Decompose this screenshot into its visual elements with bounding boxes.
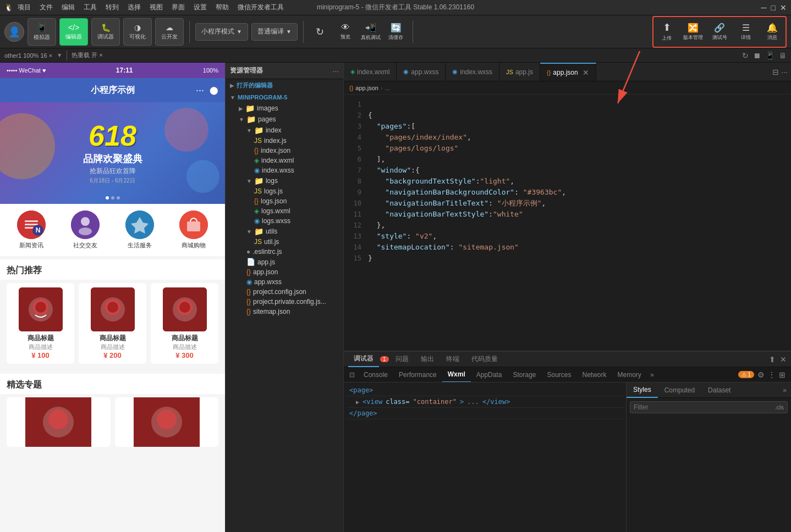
tree-item-pages[interactable]: ▼ 📁 pages [226, 114, 343, 125]
tree-item-index-json[interactable]: {} index.json [226, 146, 343, 156]
tree-item-logs-json[interactable]: {} logs.json [226, 196, 343, 206]
tab-index-wxml[interactable]: ◈ index.wxml [344, 63, 397, 81]
tree-item-app-json[interactable]: {} app.json [226, 267, 343, 277]
upload-button[interactable]: ⬆ 上传 [655, 18, 679, 46]
phone-icon[interactable]: 📱 [765, 51, 774, 60]
inspector-tab-styles[interactable]: Styles [627, 383, 658, 398]
tree-item-app-js[interactable]: 📄 app.js [226, 257, 343, 267]
minimize-btn[interactable]: ─ [761, 3, 767, 12]
inspector-tab-computed[interactable]: Computed [658, 383, 701, 398]
tree-item-utils[interactable]: ▼ 📁 utils [226, 226, 343, 237]
tree-item-sitemap[interactable]: {} sitemap.json [226, 307, 343, 317]
debug-panel-close[interactable]: ✕ [780, 355, 787, 364]
menu-item-edit[interactable]: 编辑 [62, 3, 75, 12]
hot-reload-label[interactable]: 热重载 开 × [72, 51, 103, 59]
debug-tab-output[interactable]: 输出 [415, 352, 440, 367]
debug-tab-issues[interactable]: 问题 [390, 352, 414, 367]
tree-item-eslint[interactable]: ● .eslintrc.js [226, 247, 343, 257]
open-editors-section[interactable]: ▶ 打开的编辑器 [226, 79, 343, 92]
menu-item-goto[interactable]: 转到 [106, 3, 119, 12]
tree-item-index-wxml[interactable]: ◈ index.wxml [226, 156, 343, 165]
tree-item-util-js[interactable]: JS util.js [226, 237, 343, 247]
editor-tab-more[interactable]: ··· [781, 68, 788, 76]
refresh-icon[interactable]: ↻ [742, 51, 749, 60]
product-card-1[interactable]: 商品标题 商品描述 ¥ 100 [7, 283, 74, 364]
devtools-expand[interactable]: ⊞ [779, 370, 785, 379]
debug-tab-debugger[interactable]: 调试器 [348, 352, 379, 367]
tree-item-project-private[interactable]: {} project.private.config.js... [226, 297, 343, 307]
icon-item-life[interactable]: 生活服务 [115, 210, 164, 250]
menu-item-tools[interactable]: 工具 [84, 3, 97, 12]
tree-item-app-wxss[interactable]: ◉ app.wxss [226, 277, 343, 287]
breadcrumb-file[interactable]: app.json [355, 85, 378, 91]
stop-icon[interactable]: ⏹ [753, 51, 761, 60]
devtools-inspect-icon[interactable]: ⊡ [346, 367, 358, 383]
visualize-button[interactable]: ◑ 可视化 [123, 18, 152, 46]
tree-item-project-config[interactable]: {} project.config.json [226, 287, 343, 297]
phone-nav-menu[interactable]: ··· [196, 85, 204, 96]
mode-dropdown[interactable]: 小程序模式 ▼ [195, 23, 248, 41]
editor-tab-split[interactable]: ⊟ [772, 68, 779, 76]
devtools-tab-network[interactable]: Network [577, 367, 612, 383]
menu-item-view[interactable]: 视图 [150, 3, 163, 12]
tab-app-json[interactable]: {} app.json ✕ [540, 63, 596, 81]
devtools-more[interactable]: ⋮ [768, 370, 776, 379]
menu-item-interface[interactable]: 界面 [172, 3, 185, 12]
compile-dropdown[interactable]: 普通编译 ▼ [251, 23, 298, 41]
screen-icon[interactable]: 🖥 [779, 51, 787, 60]
tree-item-index-js[interactable]: JS index.js [226, 136, 343, 146]
devtools-tab-performance[interactable]: Performance [393, 367, 442, 383]
clear-button[interactable]: 🔄 清缓存 [385, 18, 407, 46]
devtools-tab-appdata[interactable]: AppData [471, 367, 508, 383]
menu-item-wechat[interactable]: 微信开发者工具 [238, 3, 284, 12]
simulator-button[interactable]: 📱 模拟器 [28, 18, 56, 46]
menu-item-select[interactable]: 选择 [128, 3, 141, 12]
tree-item-logs-folder[interactable]: ▼ 📁 logs [226, 175, 343, 186]
avatar[interactable]: 👤 [4, 22, 24, 42]
devtools-tab-wxml[interactable]: Wxml [442, 367, 471, 383]
preview-button[interactable]: 👁 预览 [334, 18, 356, 46]
tree-item-index-wxss[interactable]: ◉ index.wxss [226, 165, 343, 175]
tree-item-index-folder[interactable]: ▼ 📁 index [226, 125, 343, 136]
project-root[interactable]: ▼ MINIPROGRAM-5 [226, 92, 343, 103]
devtools-tab-storage[interactable]: Storage [507, 367, 541, 383]
message-button[interactable]: 🔔 消息 [760, 18, 784, 46]
tab-app-wxss[interactable]: ◉ app.wxss [397, 63, 446, 81]
product-card-3[interactable]: 商品标题 商品描述 ¥ 300 [151, 283, 218, 364]
tree-item-logs-js[interactable]: JS logs.js [226, 186, 343, 196]
devtools-tab-console[interactable]: Console [358, 367, 393, 383]
inspector-more[interactable]: » [778, 386, 791, 394]
refresh-button[interactable]: ↻ 普通编译 [309, 18, 331, 46]
devtools-tab-memory[interactable]: Memory [612, 367, 647, 383]
icon-item-social[interactable]: 社交交友 [61, 210, 110, 250]
tree-item-logs-wxml[interactable]: ◈ logs.wxml [226, 206, 343, 216]
tree-item-logs-wxss[interactable]: ◉ logs.wxss [226, 216, 343, 226]
detail-button[interactable]: ☰ 详情 [734, 18, 758, 46]
icon-item-news[interactable]: N 新闻资讯 [7, 210, 56, 250]
tab-close-app-json[interactable]: ✕ [583, 68, 589, 77]
debug-tab-quality[interactable]: 代码质量 [466, 352, 503, 367]
test-button[interactable]: 🔗 测试号 [707, 18, 732, 46]
debug-panel-expand[interactable]: ⬆ [769, 355, 776, 364]
cloud-button[interactable]: ☁ 云开发 [155, 18, 184, 46]
tab-index-wxss[interactable]: ◉ index.wxss [446, 63, 499, 81]
menu-item-settings[interactable]: 设置 [194, 3, 207, 12]
debug-tab-terminal[interactable]: 终端 [441, 352, 465, 367]
filetree-more[interactable]: ··· [332, 66, 339, 75]
menu-item-project[interactable]: 项目 [18, 3, 31, 12]
close-btn[interactable]: ✕ [780, 3, 787, 12]
phone-nav-home[interactable]: ⬤ [210, 86, 218, 95]
tab-app-js[interactable]: JS app.js [499, 63, 540, 81]
console-line-view[interactable]: ▶ <view class="container"> ... </view> [346, 396, 624, 408]
devtools-settings[interactable]: ⚙ [757, 370, 765, 379]
inspector-tab-dataset[interactable]: Dataset [701, 383, 737, 398]
device-dropdown-icon[interactable]: ▼ [57, 52, 62, 58]
devtools-tab-more[interactable]: » [647, 371, 657, 379]
product-card-2[interactable]: 商品标题 商品描述 ¥ 200 [79, 283, 146, 364]
tree-item-images[interactable]: ▶ 📁 images [226, 103, 343, 114]
version-button[interactable]: 🔀 版本管理 [681, 18, 705, 46]
menu-item-help[interactable]: 帮助 [216, 3, 229, 12]
filter-input[interactable] [634, 403, 775, 411]
debugger-button[interactable]: 🐛 调试器 [91, 18, 120, 46]
devtools-tab-sources[interactable]: Sources [541, 367, 576, 383]
